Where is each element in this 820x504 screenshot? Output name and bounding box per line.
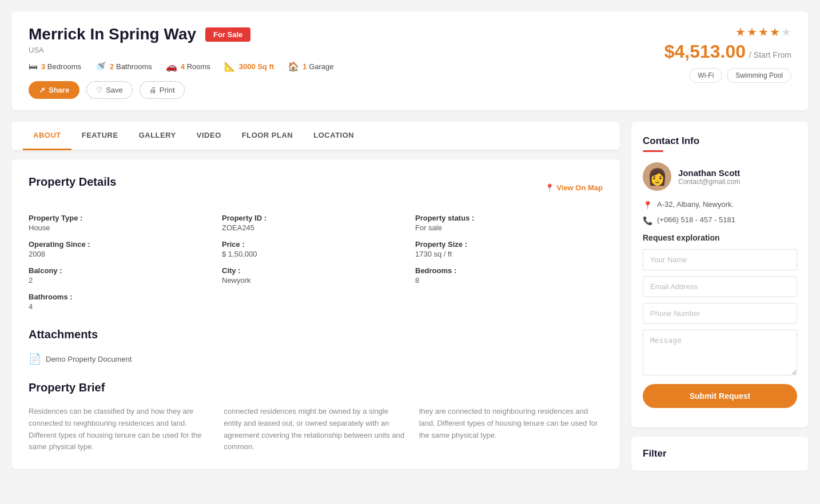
detail-bathrooms-label: Bathrooms :	[29, 293, 216, 301]
detail-status: Property status : For sale	[415, 214, 603, 232]
detail-id-value: ZOEA245	[222, 223, 409, 232]
detail-city: City : Newyork	[222, 266, 409, 285]
share-icon: ↗	[39, 86, 45, 94]
brief-para-3: they are connected to neighbouring resid…	[419, 406, 603, 453]
contact-phone: (+066) 518 - 457 - 5181	[657, 215, 735, 224]
brief-title: Property Brief	[29, 381, 603, 394]
print-icon: 🖨	[149, 86, 157, 94]
view-on-map-button[interactable]: 📍 View On Map	[545, 183, 603, 192]
contact-address-row: 📍 A-32, Albany, Newyork.	[643, 200, 797, 210]
submit-request-button[interactable]: Submit Request	[643, 384, 797, 408]
attachments-title: Attachments	[29, 328, 603, 341]
garage-value: 1 Garage	[302, 62, 333, 71]
details-header: Property Details 📍 View On Map	[29, 175, 603, 200]
action-buttons: ↗ Share ♡ Save 🖨 Print	[29, 81, 334, 99]
detail-price-value: $ 1,50,000	[222, 250, 409, 258]
detail-type-value: House	[29, 223, 216, 232]
filter-card: Filter	[631, 437, 809, 471]
detail-type: Property Type : House	[29, 214, 216, 232]
heart-icon: ♡	[96, 86, 103, 94]
phone-input[interactable]	[643, 303, 797, 324]
property-details-title: Property Details	[29, 175, 116, 189]
star-1: ★	[735, 25, 746, 39]
contact-card: Contact Info 👩 Jonathan Scott Contact@gm…	[631, 122, 809, 427]
tabs-card: ABOUT FEATURE GALLERY VIDEO FLOOR PLAN L…	[11, 122, 620, 150]
bath-icon: 🚿	[95, 61, 106, 72]
amenity-wifi: Wi-Fi	[689, 68, 722, 83]
garage-icon: 🏠	[288, 61, 299, 72]
details-card: Property Details 📍 View On Map Property …	[11, 159, 620, 469]
property-title: Merrick In Spring Way	[29, 25, 196, 43]
bedrooms-value: 3 Bedrooms	[41, 62, 81, 71]
detail-bedrooms: Bedrooms : 8	[415, 266, 603, 285]
tab-feature[interactable]: FEATURE	[71, 122, 129, 150]
detail-price: Price : $ 1,50,000	[222, 240, 409, 258]
tab-gallery[interactable]: GALLERY	[129, 122, 186, 150]
sidebar: Contact Info 👩 Jonathan Scott Contact@gm…	[631, 122, 809, 471]
header-right: ★ ★ ★ ★ ★ $4,513.00 / Start From Wi-Fi S…	[664, 25, 791, 83]
detail-bedrooms-value: 8	[415, 276, 603, 285]
avatar-placeholder: 👩	[647, 167, 667, 186]
detail-size-label: Property Size :	[415, 240, 603, 249]
feature-sqft: 📐 3000 Sq ft	[224, 61, 274, 72]
detail-id-label: Property ID :	[222, 214, 409, 222]
header-left: Merrick In Spring Way For Sale USA 🛏 3 B…	[29, 25, 334, 99]
agent-avatar: 👩	[643, 162, 671, 191]
location-icon: 📍	[643, 201, 652, 210]
detail-type-label: Property Type :	[29, 214, 216, 222]
rooms-icon: 🚗	[166, 61, 177, 72]
for-sale-badge: For Sale	[205, 27, 250, 42]
contact-address: A-32, Albany, Newyork.	[657, 200, 734, 209]
detail-status-label: Property status :	[415, 214, 603, 222]
rooms-value: 4 Rooms	[181, 62, 210, 71]
contact-title-underline	[643, 150, 663, 152]
detail-price-label: Price :	[222, 240, 409, 249]
feature-garage: 🏠 1 Garage	[288, 61, 333, 72]
filter-title: Filter	[643, 448, 797, 459]
document-icon: 📄	[29, 353, 41, 365]
header-card: Merrick In Spring Way For Sale USA 🛏 3 B…	[11, 11, 809, 110]
brief-text-grid: Residences can be classified by and how …	[29, 406, 603, 453]
detail-since-label: Operating Since :	[29, 240, 216, 249]
agent-email: Contact@gmail.com	[678, 178, 740, 186]
detail-size-value: 1730 sq / ft	[415, 250, 603, 258]
main-layout: ABOUT FEATURE GALLERY VIDEO FLOOR PLAN L…	[11, 122, 809, 471]
phone-icon: 📞	[643, 216, 652, 225]
map-pin-icon: 📍	[545, 183, 554, 192]
tab-floor-plan[interactable]: FLOOR PLAN	[232, 122, 304, 150]
detail-since-value: 2008	[29, 250, 216, 258]
contact-phone-row: 📞 (+066) 518 - 457 - 5181	[643, 215, 797, 225]
star-rating: ★ ★ ★ ★ ★	[664, 25, 791, 39]
tabs-nav: ABOUT FEATURE GALLERY VIDEO FLOOR PLAN L…	[11, 122, 620, 150]
content-area: ABOUT FEATURE GALLERY VIDEO FLOOR PLAN L…	[11, 122, 620, 471]
tab-video[interactable]: VIDEO	[186, 122, 232, 150]
email-input[interactable]	[643, 276, 797, 297]
bed-icon: 🛏	[29, 62, 38, 72]
property-features: 🛏 3 Bedrooms 🚿 2 Bathrooms 🚗 4 Rooms 📐 3…	[29, 61, 334, 72]
attachment-item[interactable]: 📄 Demo Property Document	[29, 353, 603, 365]
price-row: $4,513.00 / Start From	[664, 41, 791, 62]
star-5: ★	[781, 25, 791, 39]
detail-since: Operating Since : 2008	[29, 240, 216, 258]
share-button[interactable]: ↗ Share	[29, 81, 79, 99]
detail-balcony-value: 2	[29, 276, 216, 285]
tab-about[interactable]: ABOUT	[23, 122, 71, 150]
agent-name: Jonathan Scott	[678, 168, 740, 178]
save-button[interactable]: ♡ Save	[86, 81, 133, 99]
star-4: ★	[770, 25, 780, 39]
star-3: ★	[758, 25, 769, 39]
detail-balcony-label: Balcony :	[29, 266, 216, 275]
name-input[interactable]	[643, 249, 797, 270]
tab-location[interactable]: LOCATION	[303, 122, 364, 150]
detail-city-label: City :	[222, 266, 409, 275]
detail-id: Property ID : ZOEA245	[222, 214, 409, 232]
price-amount: $4,513.00	[664, 41, 746, 62]
detail-bathrooms: Bathrooms : 4	[29, 293, 216, 311]
brief-section: Property Brief Residences can be classif…	[29, 381, 603, 453]
print-button[interactable]: 🖨 Print	[140, 81, 185, 99]
message-input[interactable]	[643, 330, 797, 375]
amenity-pool: Swimming Pool	[727, 68, 791, 83]
sqft-icon: 📐	[224, 61, 236, 72]
bathrooms-value: 2 Bathrooms	[110, 62, 152, 71]
agent-row: 👩 Jonathan Scott Contact@gmail.com	[643, 162, 797, 191]
